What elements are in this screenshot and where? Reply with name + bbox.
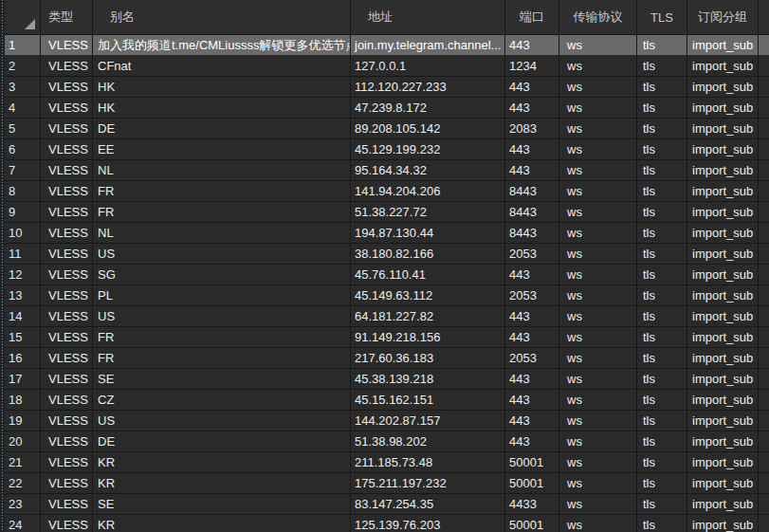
- alias-cell[interactable]: KR: [93, 515, 351, 532]
- group-cell[interactable]: import_sub: [687, 98, 759, 118]
- tls-cell[interactable]: tls: [637, 202, 687, 222]
- transport-cell[interactable]: ws: [559, 181, 637, 201]
- tls-cell[interactable]: tls: [637, 77, 687, 97]
- port-cell[interactable]: 8443: [505, 223, 559, 243]
- row-number-cell[interactable]: 14: [5, 306, 41, 326]
- column-header-type[interactable]: 类型: [41, 0, 93, 34]
- group-cell[interactable]: import_sub: [687, 119, 759, 138]
- table-row[interactable]: 4 VLESS HK 47.239.8.172 443 ws tls impor…: [5, 98, 769, 119]
- tls-cell[interactable]: tls: [637, 285, 687, 305]
- alias-cell[interactable]: HK: [93, 98, 351, 118]
- row-number-cell[interactable]: 8: [5, 181, 41, 201]
- port-cell[interactable]: 4433: [505, 494, 559, 514]
- transport-cell[interactable]: ws: [559, 119, 637, 138]
- type-cell[interactable]: VLESS: [41, 244, 93, 264]
- type-cell[interactable]: VLESS: [41, 139, 93, 159]
- type-cell[interactable]: VLESS: [41, 390, 93, 410]
- alias-cell[interactable]: FR: [93, 202, 351, 222]
- group-cell[interactable]: import_sub: [687, 473, 759, 493]
- corner-header-cell[interactable]: [5, 0, 41, 34]
- row-number-cell[interactable]: 5: [5, 119, 41, 138]
- transport-cell[interactable]: ws: [559, 265, 637, 284]
- table-row[interactable]: 17 VLESS SE 45.38.139.218 443 ws tls imp…: [5, 369, 769, 390]
- tls-cell[interactable]: tls: [637, 223, 687, 243]
- row-number-cell[interactable]: 12: [5, 265, 41, 284]
- address-cell[interactable]: 144.202.87.157: [351, 411, 505, 431]
- row-number-cell[interactable]: 13: [5, 285, 41, 305]
- port-cell[interactable]: 443: [505, 390, 559, 410]
- port-cell[interactable]: 1234: [505, 56, 559, 76]
- transport-cell[interactable]: ws: [559, 139, 637, 159]
- type-cell[interactable]: VLESS: [41, 306, 93, 326]
- group-cell[interactable]: import_sub: [687, 35, 759, 55]
- port-cell[interactable]: 50001: [505, 515, 559, 532]
- alias-cell[interactable]: HK: [93, 77, 351, 97]
- alias-cell[interactable]: EE: [93, 139, 351, 159]
- row-number-cell[interactable]: 18: [5, 390, 41, 410]
- tls-cell[interactable]: tls: [637, 306, 687, 326]
- type-cell[interactable]: VLESS: [41, 494, 93, 514]
- group-cell[interactable]: import_sub: [687, 390, 759, 410]
- alias-cell[interactable]: KR: [93, 473, 351, 493]
- transport-cell[interactable]: ws: [559, 452, 637, 472]
- address-cell[interactable]: 127.0.0.1: [351, 56, 505, 76]
- table-row[interactable]: 21 VLESS KR 211.185.73.48 50001 ws tls i…: [5, 452, 769, 473]
- tls-cell[interactable]: tls: [637, 35, 687, 55]
- transport-cell[interactable]: ws: [559, 411, 637, 431]
- port-cell[interactable]: 443: [505, 77, 559, 97]
- alias-cell[interactable]: SE: [93, 494, 351, 514]
- port-cell[interactable]: 443: [505, 139, 559, 159]
- group-cell[interactable]: import_sub: [687, 202, 759, 222]
- alias-cell[interactable]: US: [93, 411, 351, 431]
- table-row[interactable]: 9 VLESS FR 51.38.227.72 8443 ws tls impo…: [5, 202, 769, 223]
- column-header-alias[interactable]: 别名: [93, 0, 351, 34]
- row-number-cell[interactable]: 10: [5, 223, 41, 243]
- tls-cell[interactable]: tls: [637, 411, 687, 431]
- row-number-cell[interactable]: 3: [5, 77, 41, 97]
- transport-cell[interactable]: ws: [559, 306, 637, 326]
- address-cell[interactable]: 38.180.82.166: [351, 244, 505, 264]
- port-cell[interactable]: 443: [505, 265, 559, 284]
- type-cell[interactable]: VLESS: [41, 473, 93, 493]
- transport-cell[interactable]: ws: [559, 77, 637, 97]
- alias-cell[interactable]: US: [93, 306, 351, 326]
- tls-cell[interactable]: tls: [637, 98, 687, 118]
- row-number-cell[interactable]: 22: [5, 473, 41, 493]
- row-number-cell[interactable]: 11: [5, 244, 41, 264]
- transport-cell[interactable]: ws: [559, 202, 637, 222]
- transport-cell[interactable]: ws: [559, 223, 637, 243]
- group-cell[interactable]: import_sub: [687, 494, 759, 514]
- row-number-cell[interactable]: 24: [5, 515, 41, 532]
- type-cell[interactable]: VLESS: [41, 98, 93, 118]
- port-cell[interactable]: 443: [505, 327, 559, 347]
- address-cell[interactable]: 91.149.218.156: [351, 327, 505, 347]
- row-number-cell[interactable]: 15: [5, 327, 41, 347]
- column-header-address[interactable]: 地址: [351, 0, 505, 34]
- group-cell[interactable]: import_sub: [687, 56, 759, 76]
- group-cell[interactable]: import_sub: [687, 223, 759, 243]
- type-cell[interactable]: VLESS: [41, 285, 93, 305]
- group-cell[interactable]: import_sub: [687, 411, 759, 431]
- table-row[interactable]: 14 VLESS US 64.181.227.82 443 ws tls imp…: [5, 306, 769, 327]
- tls-cell[interactable]: tls: [637, 139, 687, 159]
- table-row[interactable]: 16 VLESS FR 217.60.36.183 2053 ws tls im…: [5, 348, 769, 369]
- port-cell[interactable]: 443: [505, 35, 559, 55]
- alias-cell[interactable]: 加入我的频道t.me/CMLiussss解锁更多优选节点: [93, 35, 351, 55]
- port-cell[interactable]: 8443: [505, 202, 559, 222]
- address-cell[interactable]: 217.60.36.183: [351, 348, 505, 368]
- port-cell[interactable]: 2053: [505, 244, 559, 264]
- group-cell[interactable]: import_sub: [687, 244, 759, 264]
- address-cell[interactable]: 47.239.8.172: [351, 98, 505, 118]
- type-cell[interactable]: VLESS: [41, 452, 93, 472]
- port-cell[interactable]: 443: [505, 98, 559, 118]
- column-header-transport[interactable]: 传输协议: [559, 0, 637, 34]
- group-cell[interactable]: import_sub: [687, 77, 759, 97]
- type-cell[interactable]: VLESS: [41, 160, 93, 180]
- table-row[interactable]: 23 VLESS SE 83.147.254.35 4433 ws tls im…: [5, 494, 769, 515]
- tls-cell[interactable]: tls: [637, 390, 687, 410]
- alias-cell[interactable]: FR: [93, 181, 351, 201]
- group-cell[interactable]: import_sub: [687, 181, 759, 201]
- row-number-cell[interactable]: 9: [5, 202, 41, 222]
- tls-cell[interactable]: tls: [637, 473, 687, 493]
- alias-cell[interactable]: CZ: [93, 390, 351, 410]
